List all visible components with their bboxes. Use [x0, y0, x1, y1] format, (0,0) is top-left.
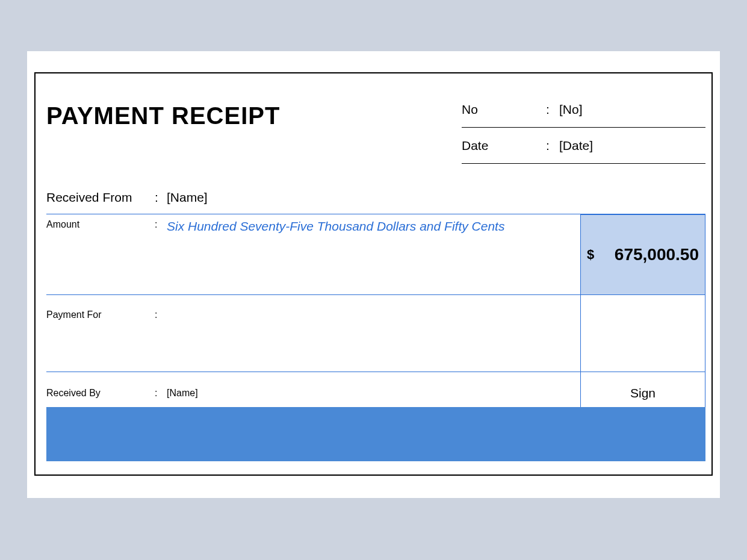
date-label: Date [462, 138, 546, 153]
amount-value: 675,000.50 [594, 245, 699, 264]
header-area: PAYMENT RECEIPT No : [No] Date : [Date] [36, 73, 711, 164]
body-area: Received From : [Name] Amount : Six Hund… [36, 164, 711, 414]
amount-box: $ 675,000.50 [580, 214, 705, 294]
colon: : [155, 190, 167, 205]
received-from-label: Received From [46, 190, 155, 205]
colon: : [155, 388, 167, 399]
payment-for-left: Payment For : [46, 295, 578, 372]
document-page: PAYMENT RECEIPT No : [No] Date : [Date] … [27, 51, 720, 498]
signature-box [580, 295, 705, 372]
amount-left: Amount : Six Hundred Seventy-Five Thousa… [46, 214, 578, 294]
received-from-value: [Name] [167, 190, 705, 205]
currency-symbol: $ [587, 247, 594, 263]
payment-for-value [167, 306, 578, 372]
amount-label: Amount [46, 216, 155, 294]
colon: : [155, 306, 167, 372]
amount-words: Six Hundred Seventy-Five Thousand Dollar… [167, 216, 578, 294]
colon: : [546, 102, 559, 117]
meta-row-date: Date : [Date] [462, 128, 705, 164]
meta-box: No : [No] Date : [Date] [462, 92, 705, 164]
footer-bar [46, 407, 705, 461]
no-value: [No] [559, 102, 705, 117]
meta-row-no: No : [No] [462, 92, 705, 128]
date-value: [Date] [559, 138, 705, 153]
payment-for-label: Payment For [46, 306, 155, 372]
receipt-title: PAYMENT RECEIPT [36, 92, 462, 164]
received-by-label: Received By [46, 388, 155, 399]
colon: : [155, 216, 167, 294]
no-label: No [462, 102, 546, 117]
receipt-container: PAYMENT RECEIPT No : [No] Date : [Date] … [34, 72, 713, 476]
payment-for-section: Payment For : [46, 295, 705, 372]
amount-section: Amount : Six Hundred Seventy-Five Thousa… [46, 214, 705, 295]
received-from-row: Received From : [Name] [46, 181, 705, 214]
sign-label: Sign [630, 386, 656, 400]
received-by-value: [Name] [167, 388, 578, 399]
colon: : [546, 138, 559, 153]
